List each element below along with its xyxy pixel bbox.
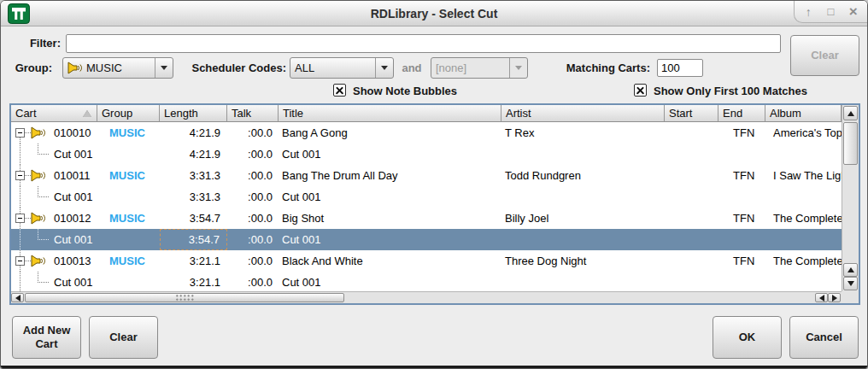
scroll-up-button[interactable] — [843, 106, 858, 120]
table-cell — [97, 186, 160, 208]
column-header-label: End — [723, 107, 742, 120]
table-cell: MUSIC — [97, 250, 160, 272]
chevron-down-icon — [509, 58, 527, 78]
vertical-scrollbar-thumb[interactable] — [843, 122, 858, 165]
filter-label: Filter: — [1, 36, 61, 51]
table-cell: 3:54.7 — [160, 208, 227, 229]
shade-button[interactable]: ↑ — [800, 5, 817, 19]
column-header-talk[interactable]: Talk — [227, 105, 279, 122]
tree-cell: Cut 001 — [11, 272, 97, 292]
clear-button[interactable]: Clear — [89, 316, 158, 359]
table-cell — [501, 229, 665, 250]
scheduler-codes-2-value: [none] — [436, 62, 466, 74]
cut-row[interactable]: Cut 0013:31.3:00.0Cut 001 — [11, 186, 842, 208]
table-cell: :00.0 — [227, 272, 279, 292]
cart-row[interactable]: 010012MUSIC3:54.7:00.0Big ShotBilly Joel… — [11, 208, 842, 229]
column-header-cart[interactable]: Cart — [11, 105, 97, 122]
tree-line — [20, 229, 21, 250]
cart-row[interactable]: 010010MUSIC4:21.9:00.0Bang A GongT RexTF… — [11, 122, 842, 144]
maximize-button[interactable]: □ — [823, 5, 840, 18]
table-cell — [501, 144, 665, 165]
scroll-left-button[interactable] — [11, 293, 24, 302]
column-header-label: Start — [669, 107, 692, 120]
ok-button[interactable]: OK — [713, 316, 782, 359]
column-header-label: Album — [770, 107, 801, 120]
table-cell: 3:31.3 — [160, 186, 227, 208]
column-header-artist[interactable]: Artist — [501, 105, 665, 122]
cart-row[interactable]: 010013MUSIC3:21.1:00.0Black And WhiteThr… — [11, 250, 842, 272]
table-rows: 010010MUSIC4:21.9:00.0Bang A GongT RexTF… — [11, 122, 842, 292]
column-header-group[interactable]: Group — [97, 105, 160, 122]
scroll-right-button[interactable] — [828, 293, 841, 302]
table-cell — [718, 272, 765, 292]
column-header-start[interactable]: Start — [665, 105, 718, 122]
tree-cell: 010011 — [11, 165, 97, 186]
table-cell: 4:21.9 — [160, 122, 227, 144]
column-header-album[interactable]: Album — [765, 105, 842, 122]
table-cell — [665, 250, 718, 272]
show-note-bubbles-checkbox[interactable] — [333, 84, 346, 97]
group-combobox[interactable]: MUSIC — [62, 57, 173, 79]
column-header-title[interactable]: Title — [279, 105, 501, 122]
table-cell: Bang The Drum All Day — [279, 165, 501, 186]
table-cell: :00.0 — [227, 122, 279, 144]
cut-name: Cut 001 — [54, 186, 93, 208]
filter-clear-button[interactable]: Clear — [790, 35, 859, 76]
column-header-label: Cart — [15, 107, 37, 120]
table-cell: MUSIC — [97, 165, 160, 186]
table-cell: :00.0 — [227, 208, 279, 229]
cut-row[interactable]: Cut 0014:21.9:00.0Cut 001 — [11, 144, 842, 165]
cut-row[interactable]: Cut 0013:21.1:00.0Cut 001 — [11, 272, 842, 292]
table-cell — [665, 165, 718, 186]
tree-cell: 010012 — [11, 208, 97, 229]
show-first-100-checkbox[interactable] — [634, 84, 647, 97]
horizontal-scrollbar-thumb[interactable] — [25, 293, 344, 302]
scheduler-codes-value: ALL — [295, 62, 314, 74]
show-note-bubbles-label: Show Note Bubbles — [353, 84, 457, 99]
table-cell — [665, 122, 718, 144]
matching-carts-input[interactable] — [657, 59, 703, 77]
titlebar[interactable]: RDLibrary - Select Cut ↑ □ × — [1, 1, 867, 26]
cart-number: 010011 — [54, 165, 90, 186]
column-header-length[interactable]: Length — [160, 105, 227, 122]
table-cell — [665, 208, 718, 229]
tree-cell: 010010 — [11, 122, 97, 144]
group-label: Group: — [1, 61, 52, 76]
table-cell: Black And White — [279, 250, 501, 272]
tree-collapse-toggle[interactable] — [15, 256, 25, 266]
table-cell — [97, 229, 160, 250]
table-cell — [765, 186, 842, 208]
tree-collapse-toggle[interactable] — [15, 171, 25, 180]
column-header-label: Length — [164, 107, 198, 120]
close-button[interactable]: × — [845, 3, 862, 20]
cancel-button[interactable]: Cancel — [789, 316, 859, 359]
table-cell — [718, 229, 765, 250]
cart-row[interactable]: 010011MUSIC3:31.3:00.0Bang The Drum All … — [11, 165, 842, 186]
window-controls: ↑ □ × — [794, 1, 867, 23]
scrollbar-corner — [842, 291, 859, 303]
group-badge: MUSIC — [109, 255, 145, 267]
table-cell: :00.0 — [227, 144, 279, 165]
table-cell — [765, 144, 842, 165]
cart-number: 010010 — [54, 122, 91, 144]
add-new-cart-button[interactable]: Add New Cart — [12, 316, 81, 359]
scheduler-codes-combobox[interactable]: ALL — [290, 57, 394, 79]
column-header-end[interactable]: End — [718, 105, 765, 122]
scroll-down-button[interactable] — [843, 277, 858, 290]
tree-collapse-toggle[interactable] — [15, 128, 25, 138]
scroll-up-button-2[interactable] — [843, 263, 858, 277]
cart-number: 010013 — [54, 250, 91, 272]
table-cell: I Saw The Light — [765, 165, 842, 186]
speaker-icon — [31, 169, 46, 182]
tree-collapse-toggle[interactable] — [15, 214, 25, 223]
filter-input[interactable] — [66, 34, 781, 53]
cut-row[interactable]: Cut 0013:54.7:00.0Cut 001 — [11, 229, 842, 250]
column-header-label: Talk — [232, 107, 251, 120]
scroll-left-button-2[interactable] — [815, 293, 828, 302]
table-cell: 3:21.1 — [160, 250, 227, 272]
tree-line — [25, 132, 31, 133]
table-cell: Three Dog Night — [501, 250, 665, 272]
table-cell — [765, 229, 842, 250]
tree-cell: Cut 001 — [11, 186, 97, 208]
speaker-icon — [31, 212, 46, 225]
